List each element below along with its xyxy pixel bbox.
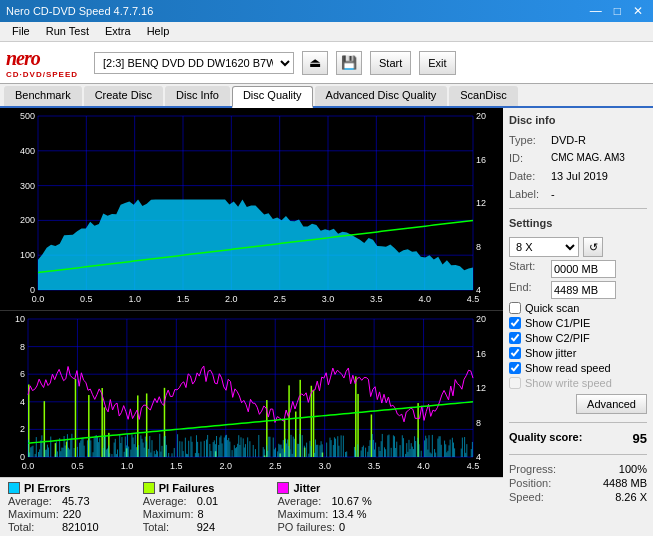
disc-info-title: Disc info — [509, 114, 647, 126]
refresh-button[interactable]: ↺ — [583, 237, 603, 257]
pi-errors-avg-value: 45.73 — [62, 495, 122, 507]
pi-failures-header: PI Failures — [143, 482, 258, 494]
menu-run-test[interactable]: Run Test — [38, 24, 97, 39]
show-jitter-label: Show jitter — [525, 347, 576, 359]
disc-date-label: Date: — [509, 170, 547, 182]
show-write-speed-label: Show write speed — [525, 377, 612, 389]
tab-bar: Benchmark Create Disc Disc Info Disc Qua… — [0, 84, 653, 108]
show-read-speed-checkbox[interactable] — [509, 362, 521, 374]
pi-failures-max-label: Maximum: — [143, 508, 194, 520]
disc-label-value: - — [551, 188, 555, 200]
pi-failures-avg-label: Average: — [143, 495, 193, 507]
position-row: Position: 4488 MB — [509, 477, 647, 489]
separator-3 — [509, 454, 647, 455]
disc-date-row: Date: 13 Jul 2019 — [509, 170, 647, 182]
pi-errors-total-row: Total: 821010 — [8, 521, 123, 533]
pi-failures-label: PI Failures — [159, 482, 215, 494]
show-jitter-checkbox[interactable] — [509, 347, 521, 359]
drive-selector[interactable]: [2:3] BENQ DVD DD DW1620 B7W9 — [94, 52, 294, 74]
jitter-max-value: 13.4 % — [332, 508, 392, 520]
show-c2pif-label: Show C2/PIF — [525, 332, 590, 344]
progress-value: 100% — [619, 463, 647, 475]
upper-chart — [0, 108, 503, 310]
pi-failures-max-row: Maximum: 8 — [143, 508, 258, 520]
speed-selector[interactable]: 8 X — [509, 237, 579, 257]
quality-score-label: Quality score: — [509, 431, 582, 446]
pi-errors-header: PI Errors — [8, 482, 123, 494]
pi-errors-avg-label: Average: — [8, 495, 58, 507]
minimize-button[interactable]: — — [586, 4, 606, 18]
menu-extra[interactable]: Extra — [97, 24, 139, 39]
show-c2pif-row: Show C2/PIF — [509, 332, 647, 344]
speed-row-info: Speed: 8.26 X — [509, 491, 647, 503]
advanced-button[interactable]: Advanced — [576, 394, 647, 414]
pi-errors-max-label: Maximum: — [8, 508, 59, 520]
start-label: Start: — [509, 260, 547, 278]
pie-chart-canvas — [0, 108, 503, 310]
show-c2pif-checkbox[interactable] — [509, 332, 521, 344]
stats-bar: PI Errors Average: 45.73 Maximum: 220 To… — [0, 477, 503, 536]
jitter-avg-value: 10.67 % — [331, 495, 391, 507]
window-controls: — □ ✕ — [586, 4, 647, 18]
tab-advanced-disc-quality[interactable]: Advanced Disc Quality — [315, 86, 448, 106]
show-c1pie-label: Show C1/PIE — [525, 317, 590, 329]
tab-create-disc[interactable]: Create Disc — [84, 86, 163, 106]
logo-subtitle: CD·DVD/SPEED — [6, 70, 78, 79]
speed-value: 8.26 X — [615, 491, 647, 503]
po-failures-row: PO failures: 0 — [277, 521, 398, 533]
quality-score-row: Quality score: 95 — [509, 431, 647, 446]
settings-title: Settings — [509, 217, 647, 229]
jitter-color — [277, 482, 289, 494]
pi-failures-avg-value: 0.01 — [197, 495, 257, 507]
disc-type-value: DVD-R — [551, 134, 586, 146]
eject-button[interactable]: ⏏ — [302, 51, 328, 75]
separator-2 — [509, 422, 647, 423]
save-button[interactable]: 💾 — [336, 51, 362, 75]
right-panel: Disc info Type: DVD-R ID: CMC MAG. AM3 D… — [503, 108, 653, 536]
settings-group: 8 X ↺ Start: End: Quick scan Show C1/PIE — [509, 237, 647, 414]
tab-disc-info[interactable]: Disc Info — [165, 86, 230, 106]
quick-scan-row: Quick scan — [509, 302, 647, 314]
close-button[interactable]: ✕ — [629, 4, 647, 18]
logo-nero: nero — [6, 47, 40, 70]
pi-failures-total-row: Total: 924 — [143, 521, 258, 533]
start-row: Start: — [509, 260, 647, 278]
tab-scandisc[interactable]: ScanDisc — [449, 86, 517, 106]
start-button[interactable]: Start — [370, 51, 411, 75]
disc-id-row: ID: CMC MAG. AM3 — [509, 152, 647, 164]
separator-1 — [509, 208, 647, 209]
pi-errors-avg-row: Average: 45.73 — [8, 495, 123, 507]
show-write-speed-checkbox[interactable] — [509, 377, 521, 389]
position-label: Position: — [509, 477, 551, 489]
disc-label-row: Label: - — [509, 188, 647, 200]
jitter-avg-label: Average: — [277, 495, 327, 507]
pi-failures-max-value: 8 — [197, 508, 257, 520]
disc-type-label: Type: — [509, 134, 547, 146]
show-c1pie-checkbox[interactable] — [509, 317, 521, 329]
end-input[interactable] — [551, 281, 616, 299]
maximize-button[interactable]: □ — [610, 4, 625, 18]
po-failures-value: 0 — [339, 521, 399, 533]
tab-benchmark[interactable]: Benchmark — [4, 86, 82, 106]
pi-errors-total-label: Total: — [8, 521, 58, 533]
menu-help[interactable]: Help — [139, 24, 178, 39]
lower-chart — [0, 310, 503, 477]
jitter-max-row: Maximum: 13.4 % — [277, 508, 398, 520]
tab-disc-quality[interactable]: Disc Quality — [232, 86, 313, 108]
exit-button[interactable]: Exit — [419, 51, 455, 75]
pi-errors-total-value: 821010 — [62, 521, 122, 533]
disc-date-value: 13 Jul 2019 — [551, 170, 608, 182]
pi-errors-color — [8, 482, 20, 494]
quick-scan-checkbox[interactable] — [509, 302, 521, 314]
show-read-speed-row: Show read speed — [509, 362, 647, 374]
jitter-stats: Jitter Average: 10.67 % Maximum: 13.4 % … — [277, 482, 398, 533]
jitter-header: Jitter — [277, 482, 398, 494]
menu-bar: File Run Test Extra Help — [0, 22, 653, 42]
pi-errors-max-row: Maximum: 220 — [8, 508, 123, 520]
start-input[interactable] — [551, 260, 616, 278]
disc-id-value: CMC MAG. AM3 — [551, 152, 625, 164]
pi-failures-color — [143, 482, 155, 494]
jitter-label: Jitter — [293, 482, 320, 494]
po-failures-label: PO failures: — [277, 521, 334, 533]
menu-file[interactable]: File — [4, 24, 38, 39]
